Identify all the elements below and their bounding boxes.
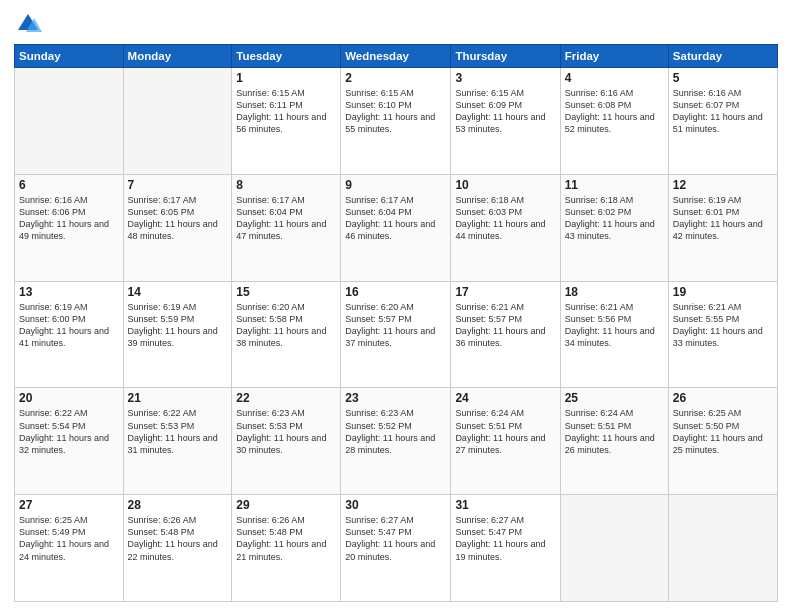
day-info: Sunrise: 6:24 AM Sunset: 5:51 PM Dayligh… bbox=[565, 407, 664, 456]
calendar-cell: 2Sunrise: 6:15 AM Sunset: 6:10 PM Daylig… bbox=[341, 68, 451, 175]
calendar-cell: 15Sunrise: 6:20 AM Sunset: 5:58 PM Dayli… bbox=[232, 281, 341, 388]
day-number: 15 bbox=[236, 285, 336, 299]
calendar-cell: 11Sunrise: 6:18 AM Sunset: 6:02 PM Dayli… bbox=[560, 174, 668, 281]
day-info: Sunrise: 6:19 AM Sunset: 6:00 PM Dayligh… bbox=[19, 301, 119, 350]
calendar-cell: 7Sunrise: 6:17 AM Sunset: 6:05 PM Daylig… bbox=[123, 174, 232, 281]
day-number: 26 bbox=[673, 391, 773, 405]
day-number: 31 bbox=[455, 498, 555, 512]
calendar-cell: 22Sunrise: 6:23 AM Sunset: 5:53 PM Dayli… bbox=[232, 388, 341, 495]
day-number: 14 bbox=[128, 285, 228, 299]
week-row-4: 20Sunrise: 6:22 AM Sunset: 5:54 PM Dayli… bbox=[15, 388, 778, 495]
day-info: Sunrise: 6:18 AM Sunset: 6:02 PM Dayligh… bbox=[565, 194, 664, 243]
calendar-cell: 21Sunrise: 6:22 AM Sunset: 5:53 PM Dayli… bbox=[123, 388, 232, 495]
day-number: 27 bbox=[19, 498, 119, 512]
calendar-cell: 30Sunrise: 6:27 AM Sunset: 5:47 PM Dayli… bbox=[341, 495, 451, 602]
calendar-table: SundayMondayTuesdayWednesdayThursdayFrid… bbox=[14, 44, 778, 602]
day-info: Sunrise: 6:17 AM Sunset: 6:04 PM Dayligh… bbox=[345, 194, 446, 243]
calendar-cell bbox=[668, 495, 777, 602]
day-number: 22 bbox=[236, 391, 336, 405]
calendar-cell: 27Sunrise: 6:25 AM Sunset: 5:49 PM Dayli… bbox=[15, 495, 124, 602]
calendar-cell: 19Sunrise: 6:21 AM Sunset: 5:55 PM Dayli… bbox=[668, 281, 777, 388]
week-row-2: 6Sunrise: 6:16 AM Sunset: 6:06 PM Daylig… bbox=[15, 174, 778, 281]
logo bbox=[14, 10, 46, 38]
day-info: Sunrise: 6:17 AM Sunset: 6:05 PM Dayligh… bbox=[128, 194, 228, 243]
calendar-cell: 29Sunrise: 6:26 AM Sunset: 5:48 PM Dayli… bbox=[232, 495, 341, 602]
calendar-cell: 26Sunrise: 6:25 AM Sunset: 5:50 PM Dayli… bbox=[668, 388, 777, 495]
calendar-cell: 16Sunrise: 6:20 AM Sunset: 5:57 PM Dayli… bbox=[341, 281, 451, 388]
day-number: 4 bbox=[565, 71, 664, 85]
calendar-cell bbox=[123, 68, 232, 175]
calendar-cell: 12Sunrise: 6:19 AM Sunset: 6:01 PM Dayli… bbox=[668, 174, 777, 281]
weekday-header-saturday: Saturday bbox=[668, 45, 777, 68]
day-number: 8 bbox=[236, 178, 336, 192]
day-info: Sunrise: 6:26 AM Sunset: 5:48 PM Dayligh… bbox=[236, 514, 336, 563]
day-number: 5 bbox=[673, 71, 773, 85]
day-info: Sunrise: 6:18 AM Sunset: 6:03 PM Dayligh… bbox=[455, 194, 555, 243]
day-number: 12 bbox=[673, 178, 773, 192]
day-info: Sunrise: 6:25 AM Sunset: 5:49 PM Dayligh… bbox=[19, 514, 119, 563]
calendar-page: SundayMondayTuesdayWednesdayThursdayFrid… bbox=[0, 0, 792, 612]
day-info: Sunrise: 6:22 AM Sunset: 5:53 PM Dayligh… bbox=[128, 407, 228, 456]
logo-icon bbox=[14, 10, 42, 38]
calendar-cell: 18Sunrise: 6:21 AM Sunset: 5:56 PM Dayli… bbox=[560, 281, 668, 388]
day-info: Sunrise: 6:25 AM Sunset: 5:50 PM Dayligh… bbox=[673, 407, 773, 456]
day-number: 11 bbox=[565, 178, 664, 192]
calendar-cell bbox=[560, 495, 668, 602]
day-info: Sunrise: 6:27 AM Sunset: 5:47 PM Dayligh… bbox=[455, 514, 555, 563]
calendar-cell: 10Sunrise: 6:18 AM Sunset: 6:03 PM Dayli… bbox=[451, 174, 560, 281]
weekday-header-tuesday: Tuesday bbox=[232, 45, 341, 68]
day-number: 7 bbox=[128, 178, 228, 192]
calendar-cell: 9Sunrise: 6:17 AM Sunset: 6:04 PM Daylig… bbox=[341, 174, 451, 281]
weekday-header-friday: Friday bbox=[560, 45, 668, 68]
day-number: 19 bbox=[673, 285, 773, 299]
day-info: Sunrise: 6:17 AM Sunset: 6:04 PM Dayligh… bbox=[236, 194, 336, 243]
day-number: 13 bbox=[19, 285, 119, 299]
day-info: Sunrise: 6:21 AM Sunset: 5:55 PM Dayligh… bbox=[673, 301, 773, 350]
calendar-cell: 13Sunrise: 6:19 AM Sunset: 6:00 PM Dayli… bbox=[15, 281, 124, 388]
calendar-cell: 28Sunrise: 6:26 AM Sunset: 5:48 PM Dayli… bbox=[123, 495, 232, 602]
calendar-cell: 6Sunrise: 6:16 AM Sunset: 6:06 PM Daylig… bbox=[15, 174, 124, 281]
day-info: Sunrise: 6:15 AM Sunset: 6:11 PM Dayligh… bbox=[236, 87, 336, 136]
calendar-cell bbox=[15, 68, 124, 175]
weekday-header-wednesday: Wednesday bbox=[341, 45, 451, 68]
day-number: 2 bbox=[345, 71, 446, 85]
day-info: Sunrise: 6:16 AM Sunset: 6:06 PM Dayligh… bbox=[19, 194, 119, 243]
day-number: 30 bbox=[345, 498, 446, 512]
day-info: Sunrise: 6:23 AM Sunset: 5:52 PM Dayligh… bbox=[345, 407, 446, 456]
calendar-cell: 4Sunrise: 6:16 AM Sunset: 6:08 PM Daylig… bbox=[560, 68, 668, 175]
calendar-cell: 14Sunrise: 6:19 AM Sunset: 5:59 PM Dayli… bbox=[123, 281, 232, 388]
weekday-header-monday: Monday bbox=[123, 45, 232, 68]
week-row-5: 27Sunrise: 6:25 AM Sunset: 5:49 PM Dayli… bbox=[15, 495, 778, 602]
weekday-header-thursday: Thursday bbox=[451, 45, 560, 68]
calendar-cell: 1Sunrise: 6:15 AM Sunset: 6:11 PM Daylig… bbox=[232, 68, 341, 175]
day-info: Sunrise: 6:22 AM Sunset: 5:54 PM Dayligh… bbox=[19, 407, 119, 456]
day-info: Sunrise: 6:24 AM Sunset: 5:51 PM Dayligh… bbox=[455, 407, 555, 456]
day-number: 10 bbox=[455, 178, 555, 192]
day-number: 21 bbox=[128, 391, 228, 405]
day-number: 20 bbox=[19, 391, 119, 405]
day-info: Sunrise: 6:21 AM Sunset: 5:57 PM Dayligh… bbox=[455, 301, 555, 350]
day-number: 25 bbox=[565, 391, 664, 405]
day-info: Sunrise: 6:21 AM Sunset: 5:56 PM Dayligh… bbox=[565, 301, 664, 350]
day-number: 16 bbox=[345, 285, 446, 299]
day-number: 9 bbox=[345, 178, 446, 192]
day-info: Sunrise: 6:15 AM Sunset: 6:10 PM Dayligh… bbox=[345, 87, 446, 136]
day-number: 23 bbox=[345, 391, 446, 405]
day-number: 29 bbox=[236, 498, 336, 512]
day-info: Sunrise: 6:19 AM Sunset: 5:59 PM Dayligh… bbox=[128, 301, 228, 350]
calendar-cell: 17Sunrise: 6:21 AM Sunset: 5:57 PM Dayli… bbox=[451, 281, 560, 388]
day-info: Sunrise: 6:19 AM Sunset: 6:01 PM Dayligh… bbox=[673, 194, 773, 243]
weekday-header-row: SundayMondayTuesdayWednesdayThursdayFrid… bbox=[15, 45, 778, 68]
day-info: Sunrise: 6:20 AM Sunset: 5:57 PM Dayligh… bbox=[345, 301, 446, 350]
header bbox=[14, 10, 778, 38]
calendar-cell: 20Sunrise: 6:22 AM Sunset: 5:54 PM Dayli… bbox=[15, 388, 124, 495]
calendar-cell: 24Sunrise: 6:24 AM Sunset: 5:51 PM Dayli… bbox=[451, 388, 560, 495]
day-number: 3 bbox=[455, 71, 555, 85]
day-number: 1 bbox=[236, 71, 336, 85]
week-row-1: 1Sunrise: 6:15 AM Sunset: 6:11 PM Daylig… bbox=[15, 68, 778, 175]
calendar-cell: 31Sunrise: 6:27 AM Sunset: 5:47 PM Dayli… bbox=[451, 495, 560, 602]
weekday-header-sunday: Sunday bbox=[15, 45, 124, 68]
day-number: 24 bbox=[455, 391, 555, 405]
day-number: 28 bbox=[128, 498, 228, 512]
calendar-cell: 8Sunrise: 6:17 AM Sunset: 6:04 PM Daylig… bbox=[232, 174, 341, 281]
